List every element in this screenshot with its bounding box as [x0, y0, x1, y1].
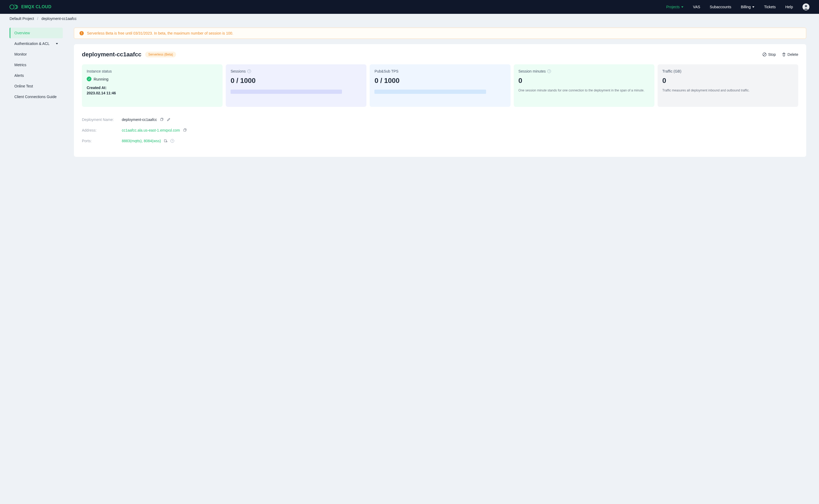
- stop-icon: [762, 52, 767, 57]
- sidebar-item-alerts[interactable]: Alerts: [10, 70, 63, 81]
- check-circle-icon: ✓: [87, 77, 91, 81]
- breadcrumb-separator: /: [37, 16, 38, 21]
- delete-label: Delete: [788, 52, 798, 57]
- nav-billing[interactable]: Billing: [736, 0, 759, 14]
- nav-tickets[interactable]: Tickets: [759, 0, 780, 14]
- beta-alert: ! Serverless Beta is free until 03/31/20…: [74, 28, 806, 39]
- brand-logo[interactable]: EMQX CLOUD: [10, 4, 51, 10]
- sidebar-item-label: Monitor: [14, 52, 27, 56]
- help-icon[interactable]: ?: [547, 69, 551, 73]
- sessions-progress-bar: [231, 90, 342, 94]
- sidebar-item-metrics[interactable]: Metrics: [10, 60, 63, 70]
- nav-tickets-label: Tickets: [764, 5, 776, 9]
- sidebar-item-overview[interactable]: Overview: [10, 28, 63, 38]
- edit-icon[interactable]: [166, 117, 171, 122]
- stat-value: 0 / 1000: [231, 77, 362, 85]
- stat-desc: One session minute stands for one connec…: [519, 88, 650, 93]
- main-content: ! Serverless Beta is free until 03/31/20…: [66, 23, 819, 157]
- chevron-down-icon: [752, 6, 754, 8]
- chevron-down-icon: [681, 6, 683, 8]
- deployment-title: deployment-cc1aafcc: [82, 51, 141, 58]
- nav-projects-label: Projects: [666, 5, 680, 9]
- stat-card-instance-status: Instance status ✓ Running Created At: 20…: [82, 64, 223, 107]
- breadcrumb: Default Project / deployment-cc1aafcc: [0, 14, 819, 23]
- help-icon[interactable]: ?: [247, 69, 251, 73]
- stat-card-traffic: Traffic (GB) 0 Traffic measures all depl…: [658, 64, 798, 107]
- detail-row-ports: Ports: 8883(mqtts), 8084(wss) ?: [82, 136, 798, 146]
- stat-desc: Traffic measures all deployment inbound …: [662, 88, 793, 93]
- stat-card-sessions: Sessions ? 0 / 1000: [226, 64, 366, 107]
- svg-rect-5: [161, 119, 163, 121]
- nav-help[interactable]: Help: [780, 0, 798, 14]
- stat-label: Instance status: [87, 69, 218, 73]
- brand-name: EMQX CLOUD: [21, 5, 51, 9]
- stat-card-session-minutes: Session minutes ? 0 One session minute s…: [514, 64, 654, 107]
- copy-icon[interactable]: [160, 117, 164, 122]
- nav-vas[interactable]: VAS: [688, 0, 705, 14]
- breadcrumb-current: deployment-cc1aafcc: [41, 16, 77, 21]
- detail-rows: Deployment Name: deployment-cc1aafcc Add…: [82, 114, 798, 146]
- nav-projects[interactable]: Projects: [662, 0, 688, 14]
- sidebar-item-label: Metrics: [14, 63, 26, 67]
- stat-value: 0 / 1000: [374, 77, 505, 85]
- stat-label: Session minutes: [519, 69, 546, 73]
- sidebar-item-auth-acl[interactable]: Authentication & ACL: [10, 38, 63, 49]
- detail-label: Ports:: [82, 139, 122, 143]
- stop-button[interactable]: Stop: [762, 52, 776, 57]
- svg-point-0: [10, 5, 14, 9]
- status-text: Running: [94, 77, 108, 81]
- stat-card-pubsub-tps: Pub&Sub TPS 0 / 1000: [370, 64, 510, 107]
- delete-button[interactable]: Delete: [782, 52, 798, 57]
- trash-icon: [782, 52, 786, 57]
- plan-badge: Serverless (Beta): [145, 52, 176, 57]
- panel-header: deployment-cc1aafcc Serverless (Beta) St…: [82, 51, 798, 58]
- pubsub-progress-bar: [374, 90, 486, 94]
- stat-label: Sessions: [231, 69, 246, 73]
- sidebar-item-monitor[interactable]: Monitor: [10, 49, 63, 60]
- emqx-logo-icon: [10, 4, 19, 10]
- copy-icon[interactable]: [183, 128, 187, 132]
- deployment-panel: deployment-cc1aafcc Serverless (Beta) St…: [74, 44, 806, 157]
- sidebar-item-label: Overview: [14, 31, 30, 35]
- stat-value: 0: [662, 77, 793, 85]
- nav-subaccounts[interactable]: Subaccounts: [705, 0, 736, 14]
- svg-point-8: [166, 141, 167, 142]
- svg-point-2: [805, 5, 807, 7]
- nav-subaccounts-label: Subaccounts: [710, 5, 731, 9]
- chevron-down-icon: [56, 43, 58, 44]
- sidebar-item-label: Alerts: [14, 73, 24, 78]
- address-value[interactable]: cc1aafcc.ala.us-east-1.emqxsl.com: [122, 128, 180, 132]
- warning-icon: !: [80, 31, 84, 35]
- detail-row-name: Deployment Name: deployment-cc1aafcc: [82, 114, 798, 125]
- sidebar-item-label: Authentication & ACL: [14, 41, 49, 46]
- deployment-name-value: deployment-cc1aafcc: [122, 117, 157, 122]
- sidebar-item-label: Online Test: [14, 84, 33, 88]
- nav-vas-label: VAS: [693, 5, 700, 9]
- nav-help-label: Help: [785, 5, 793, 9]
- stat-label: Traffic (GB): [662, 69, 682, 73]
- svg-line-4: [763, 53, 766, 56]
- user-avatar[interactable]: [803, 3, 809, 10]
- sidebar: Overview Authentication & ACL Monitor Me…: [0, 23, 66, 102]
- top-nav: EMQX CLOUD Projects VAS Subaccounts Bill…: [0, 0, 819, 14]
- created-at-value: 2023.02.14 11:46: [87, 91, 218, 95]
- certificate-icon[interactable]: [164, 139, 168, 143]
- alert-text: Serverless Beta is free until 03/31/2023…: [87, 31, 233, 35]
- help-icon[interactable]: ?: [170, 139, 174, 143]
- nav-billing-label: Billing: [741, 5, 751, 9]
- detail-label: Address:: [82, 128, 122, 132]
- ports-value: 8883(mqtts), 8084(wss): [122, 139, 161, 143]
- sidebar-item-online-test[interactable]: Online Test: [10, 81, 63, 91]
- breadcrumb-root[interactable]: Default Project: [10, 16, 34, 21]
- detail-label: Deployment Name:: [82, 117, 122, 122]
- sidebar-item-label: Client Connections Guide: [14, 95, 57, 99]
- created-at-label: Created At:: [87, 86, 218, 90]
- stat-grid: Instance status ✓ Running Created At: 20…: [82, 64, 798, 107]
- stat-label: Pub&Sub TPS: [374, 69, 398, 73]
- stat-value: 0: [519, 77, 650, 85]
- detail-row-address: Address: cc1aafcc.ala.us-east-1.emqxsl.c…: [82, 125, 798, 136]
- sidebar-item-client-guide[interactable]: Client Connections Guide: [10, 91, 63, 102]
- stop-label: Stop: [768, 52, 776, 57]
- svg-rect-6: [184, 129, 186, 131]
